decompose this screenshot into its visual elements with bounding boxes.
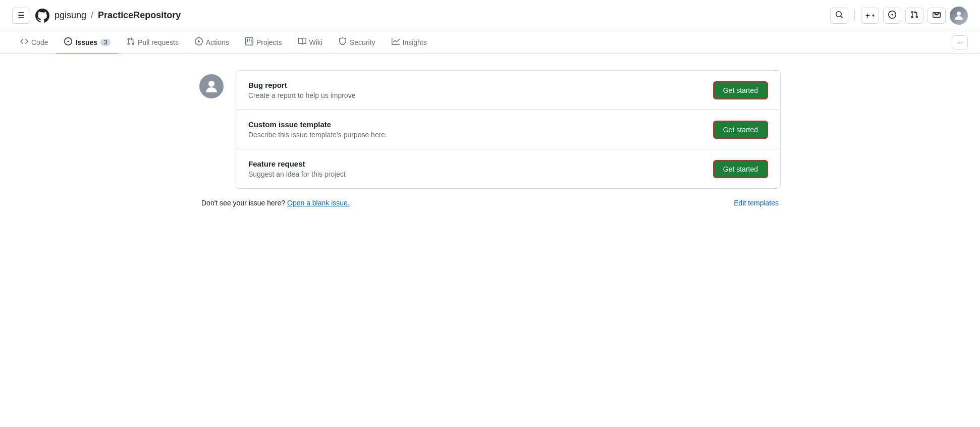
avatar-image — [950, 7, 968, 25]
wiki-icon — [298, 37, 306, 47]
get-started-custom-issue-button[interactable]: Get started — [713, 121, 768, 139]
tab-pull-requests-label: Pull requests — [138, 38, 179, 46]
svg-point-0 — [957, 12, 961, 16]
create-new-button[interactable]: + ▾ — [861, 8, 879, 24]
footer-prompt: Don't see your issue here? — [201, 199, 287, 207]
template-info-bug-report: Bug report Create a report to help us im… — [248, 81, 355, 99]
github-logo-icon — [34, 8, 50, 24]
user-avatar-sidebar — [199, 74, 224, 98]
template-desc-bug-report: Create a report to help us improve — [248, 91, 355, 99]
tab-actions-label: Actions — [206, 38, 229, 46]
search-button[interactable] — [830, 8, 848, 24]
tab-projects-label: Projects — [256, 38, 282, 46]
footer-right: Edit templates — [734, 199, 779, 207]
issues-badge: 3 — [100, 39, 111, 46]
avatar-user-image — [203, 78, 220, 94]
header-left: ☰ pgisung / PracticeRepository — [12, 8, 830, 24]
edit-templates-link[interactable]: Edit templates — [734, 199, 779, 207]
header-divider — [854, 11, 855, 21]
header-right: + ▾ — [830, 7, 968, 25]
pull-request-icon — [910, 11, 918, 21]
hamburger-icon: ☰ — [18, 11, 25, 20]
chevron-down-icon: ▾ — [872, 13, 875, 18]
search-icon — [835, 11, 843, 21]
user-avatar-header[interactable] — [950, 7, 968, 25]
footer-row: Don't see your issue here? Open a blank … — [199, 199, 781, 207]
repo-path: pgisung / PracticeRepository — [55, 10, 181, 21]
app-header: ☰ pgisung / PracticeRepository + ▾ — [0, 0, 980, 31]
template-desc-custom-issue: Describe this issue template's purpose h… — [248, 131, 387, 139]
main-content: Bug report Create a report to help us im… — [187, 70, 793, 207]
footer-left-text: Don't see your issue here? Open a blank … — [201, 199, 350, 207]
circle-dot-button[interactable] — [883, 8, 901, 24]
inbox-button[interactable] — [928, 8, 946, 24]
actions-icon — [195, 37, 203, 47]
tab-code[interactable]: Code — [12, 31, 56, 54]
repo-name: PracticeRepository — [98, 10, 181, 20]
template-title-bug-report: Bug report — [248, 81, 355, 89]
tab-security-label: Security — [350, 38, 375, 46]
code-icon — [20, 37, 28, 47]
tab-actions[interactable]: Actions — [187, 31, 237, 54]
open-blank-issue-link[interactable]: Open a blank issue. — [287, 199, 350, 207]
hamburger-menu-button[interactable]: ☰ — [12, 8, 30, 24]
get-started-feature-request-button[interactable]: Get started — [713, 160, 768, 178]
repo-nav: Code Issues 3 Pull requests Actions — [0, 31, 980, 54]
template-title-feature-request: Feature request — [248, 159, 346, 168]
insights-icon — [392, 37, 400, 47]
issue-templates-box: Bug report Create a report to help us im… — [236, 70, 781, 189]
tab-wiki-label: Wiki — [309, 38, 322, 46]
pull-request-button[interactable] — [905, 8, 923, 24]
tab-code-label: Code — [31, 38, 48, 46]
tab-insights-label: Insights — [403, 38, 427, 46]
projects-icon — [245, 37, 253, 47]
tab-issues[interactable]: Issues 3 — [56, 31, 119, 54]
path-slash: / — [91, 10, 93, 20]
tab-projects[interactable]: Projects — [237, 31, 290, 54]
tab-wiki[interactable]: Wiki — [290, 31, 331, 54]
template-title-custom-issue: Custom issue template — [248, 120, 387, 129]
more-options-button[interactable]: ··· — [952, 35, 968, 49]
svg-point-1 — [208, 81, 214, 87]
template-item-custom-issue: Custom issue template Describe this issu… — [236, 110, 780, 149]
tab-pull-requests[interactable]: Pull requests — [119, 31, 187, 54]
tab-insights[interactable]: Insights — [384, 31, 435, 54]
plus-icon: + — [865, 11, 870, 20]
repo-owner: pgisung — [55, 10, 86, 20]
issues-container: Bug report Create a report to help us im… — [199, 70, 781, 189]
more-icon: ··· — [957, 38, 963, 46]
get-started-bug-report-button[interactable]: Get started — [713, 81, 768, 99]
tab-security[interactable]: Security — [331, 31, 384, 54]
inbox-icon — [933, 11, 941, 21]
security-icon — [339, 37, 347, 47]
issues-icon — [64, 37, 72, 47]
template-desc-feature-request: Suggest an idea for this project — [248, 170, 346, 178]
template-info-custom-issue: Custom issue template Describe this issu… — [248, 120, 387, 139]
tab-issues-label: Issues — [75, 38, 97, 46]
template-item-feature-request: Feature request Suggest an idea for this… — [236, 149, 780, 188]
circle-dot-icon — [888, 11, 896, 21]
template-item-bug-report: Bug report Create a report to help us im… — [236, 71, 780, 110]
pull-request-nav-icon — [127, 37, 135, 47]
template-info-feature-request: Feature request Suggest an idea for this… — [248, 159, 346, 178]
